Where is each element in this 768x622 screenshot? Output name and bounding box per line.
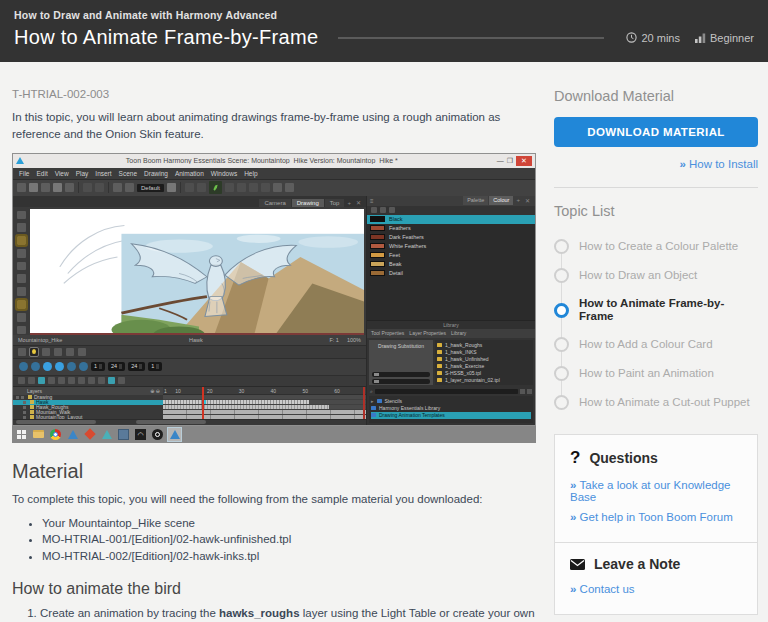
sidebar-divider xyxy=(554,187,758,188)
tab-colour: Colour xyxy=(489,196,513,205)
edit-colour-icon xyxy=(389,207,395,213)
material-intro: To complete this topic, you will need th… xyxy=(12,491,540,508)
harmony-window: Toon Boom Harmony Essentials Scene: Moun… xyxy=(12,153,536,426)
onion-range-icon xyxy=(108,377,115,384)
menu-drawing: Drawing xyxy=(144,170,168,177)
play-icon xyxy=(43,362,52,371)
frame-row xyxy=(163,415,366,419)
last-frame-icon xyxy=(79,362,88,371)
menu-play: Play xyxy=(76,170,89,177)
swatch-row: Detail xyxy=(367,269,535,278)
template-list: 1_hawk_Roughs 1_hawk_INKS 1_hawk_Unfinis… xyxy=(435,340,533,385)
topic-item-animate-frame-by-frame[interactable]: How to Animate Frame-by-Frame xyxy=(554,290,758,330)
onion-next-icon xyxy=(54,348,62,356)
step-circle-icon xyxy=(554,366,569,381)
questions-heading: Questions xyxy=(589,450,657,466)
contact-us-link[interactable]: Contact us xyxy=(570,583,742,595)
duplicate-icon xyxy=(48,377,55,384)
menu-bar: File Edit View Play Insert Scene Drawing… xyxy=(13,168,535,180)
menu-view: View xyxy=(55,170,69,177)
swatch-list: Black Feathers Dark Feathers White Feath… xyxy=(367,215,535,320)
menu-windows: Windows xyxy=(211,170,237,177)
open-icon xyxy=(29,183,38,192)
how-to-install-link[interactable]: How to Install xyxy=(554,158,758,170)
colour-swatch xyxy=(370,243,385,249)
double-chevron-icon xyxy=(679,158,689,170)
collapse-icon xyxy=(118,377,125,384)
material-item: Your Mountaintop_Hike scene xyxy=(42,515,540,532)
panel-add-icon: + xyxy=(514,196,522,205)
storyboard-icon xyxy=(100,428,113,441)
add-layer-icon xyxy=(18,377,25,384)
template-item: 1_hawk_Roughs xyxy=(437,342,531,349)
topic-item-colour-card[interactable]: How to Add a Colour Card xyxy=(554,330,758,359)
preset-dropdown: Default xyxy=(137,184,164,192)
flip-icon xyxy=(66,348,74,356)
folder-icon xyxy=(371,406,376,410)
download-heading: Download Material xyxy=(554,88,758,104)
harmony-running-icon xyxy=(168,428,181,441)
forum-link[interactable]: Get help in Toon Boom Forum xyxy=(570,511,742,523)
save-icon xyxy=(41,183,50,192)
knowledge-base-link[interactable]: Take a look at our Knowledge Base xyxy=(570,479,742,503)
title-divider xyxy=(338,37,604,39)
scene-end-marker xyxy=(363,387,365,419)
sidebar: Download Material DOWNLOAD MATERIAL How … xyxy=(554,88,758,622)
topic-item-cutout-puppet[interactable]: How to Animate a Cut-out Puppet xyxy=(554,388,758,417)
double-chevron-icon xyxy=(570,479,580,491)
scroll-thumb xyxy=(136,420,206,424)
swatch-row: Beak xyxy=(367,260,535,269)
clock-icon xyxy=(626,32,637,43)
step-circle-icon xyxy=(554,395,569,410)
tab-library: Library xyxy=(451,330,466,336)
tab-tool-properties: Tool Properties xyxy=(371,330,404,336)
swatch-row: Feathers xyxy=(367,224,535,233)
scroll-thumb xyxy=(16,420,96,424)
folder-icon xyxy=(437,378,442,382)
download-material-button[interactable]: DOWNLOAD MATERIAL xyxy=(554,117,758,147)
topic-item-paint-animation[interactable]: How to Paint an Animation xyxy=(554,359,758,388)
topic-list: How to Create a Colour Palette How to Dr… xyxy=(554,232,758,417)
timeline-toolbar xyxy=(13,375,366,386)
sound-icon xyxy=(98,377,105,384)
menu-file: File xyxy=(19,170,29,177)
leave-note-card: Leave a Note Contact us xyxy=(554,542,758,615)
template-item: 1_hawk_INKS xyxy=(437,349,531,356)
level-label: Beginner xyxy=(710,32,754,44)
menu-edit: Edit xyxy=(36,170,47,177)
folder-icon xyxy=(377,399,382,403)
add-drawing-icon xyxy=(38,377,45,384)
properties-tabs: Tool Properties Layer Properties Library xyxy=(367,329,535,338)
start-button-icon xyxy=(15,428,28,441)
swatch-row: White Feathers xyxy=(367,242,535,251)
search-prev-icon xyxy=(520,389,525,394)
tool-strip xyxy=(13,207,30,335)
topic-list-heading: Topic List xyxy=(554,203,758,219)
brush-tool-icon xyxy=(209,181,222,194)
remove-colour-icon xyxy=(380,207,386,213)
colour-swatch xyxy=(370,270,385,276)
menu-scene: Scene xyxy=(119,170,137,177)
chrome-icon xyxy=(49,428,62,441)
folder-icon xyxy=(371,413,376,417)
drawing-substitution-box: Drawing Substitution xyxy=(369,340,433,385)
page: How to Draw and Animate with Harmony Adv… xyxy=(0,0,768,622)
topic-item-colour-palette[interactable]: How to Create a Colour Palette xyxy=(554,232,758,261)
double-chevron-icon xyxy=(570,583,580,595)
breadcrumb[interactable]: How to Draw and Animate with Harmony Adv… xyxy=(14,9,754,21)
library-tree-item-selected: Drawing Animation Templates xyxy=(371,412,531,419)
range-end-counter: 24 xyxy=(128,362,145,371)
search-icon: ⌕ xyxy=(370,388,373,395)
pencil-app-icon xyxy=(83,428,96,441)
substitution-slider xyxy=(372,372,430,377)
topic-intro: In this topic, you will learn about anim… xyxy=(12,109,540,144)
duration-label: 20 mins xyxy=(641,32,680,44)
pencil-tool-icon xyxy=(17,249,26,258)
colour-panel-toolbar xyxy=(367,206,535,215)
media-app-icon: ◠ xyxy=(134,428,147,441)
library-tree-item: Harmony Essentials Library xyxy=(371,405,531,412)
topic-item-draw-object[interactable]: How to Draw an Object xyxy=(554,261,758,290)
camera-icon xyxy=(273,183,282,192)
colour-swatch xyxy=(370,225,385,231)
paint-tool-icon xyxy=(17,274,26,283)
